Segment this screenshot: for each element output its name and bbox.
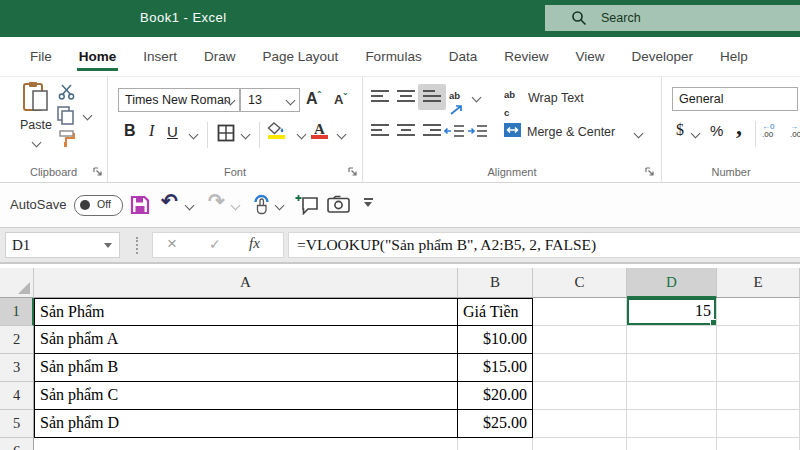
font-color-icon[interactable]: A — [311, 120, 328, 138]
cell-C1[interactable] — [533, 298, 627, 326]
cell-E1[interactable] — [717, 298, 800, 326]
row-header-3[interactable]: 3 — [0, 354, 34, 382]
cell-C6[interactable] — [533, 438, 627, 450]
col-header-B[interactable]: B — [458, 268, 533, 298]
cell-B3[interactable]: $15.00 — [458, 354, 533, 382]
merge-center-icon[interactable] — [503, 122, 522, 138]
cell-E4[interactable] — [717, 382, 800, 410]
insert-function-icon[interactable]: fx — [249, 235, 260, 252]
cell-D1[interactable]: 15 — [627, 298, 717, 326]
increase-decimal-button[interactable]: ←0 .00 — [762, 123, 774, 139]
col-header-C[interactable]: C — [533, 268, 627, 298]
cell-B6[interactable] — [458, 438, 533, 450]
cell-A4[interactable]: Sản phẩm C — [34, 382, 458, 410]
tab-insert[interactable]: Insert — [143, 37, 177, 76]
alignment-dialog-launcher-icon[interactable] — [645, 167, 654, 176]
new-comment-icon[interactable] — [295, 194, 319, 215]
col-header-A[interactable]: A — [34, 268, 458, 298]
tab-formulas[interactable]: Formulas — [365, 37, 421, 76]
cell-D2[interactable] — [627, 326, 717, 354]
enter-icon[interactable]: ✓ — [209, 236, 221, 252]
cell-D6[interactable] — [627, 438, 717, 450]
tab-developer[interactable]: Developer — [631, 37, 693, 76]
fill-color-icon[interactable] — [267, 122, 286, 135]
touch-mouse-mode-icon[interactable] — [251, 193, 272, 216]
cell-C3[interactable] — [533, 354, 627, 382]
tab-page-layout[interactable]: Page Layout — [263, 37, 339, 76]
cell-B1[interactable]: Giá Tiền — [458, 298, 533, 326]
accounting-chevron-icon[interactable] — [691, 129, 701, 139]
borders-icon[interactable] — [217, 124, 235, 142]
align-center-icon[interactable] — [396, 123, 416, 139]
tab-view[interactable]: View — [575, 37, 604, 76]
font-size-select[interactable]: 13 — [240, 88, 300, 112]
percent-style-button[interactable]: % — [710, 122, 723, 139]
copy-icon[interactable] — [57, 106, 75, 125]
comma-style-button[interactable]: , — [736, 113, 742, 140]
wrap-text-label[interactable]: Wrap Text — [528, 91, 584, 105]
tab-home[interactable]: Home — [79, 37, 117, 76]
format-painter-icon[interactable] — [58, 130, 76, 147]
align-left-icon[interactable] — [370, 123, 390, 139]
cell-C5[interactable] — [533, 410, 627, 438]
italic-button[interactable]: I — [149, 122, 154, 140]
cell-C2[interactable] — [533, 326, 627, 354]
col-header-D[interactable]: D — [627, 268, 717, 298]
row-header-2[interactable]: 2 — [0, 326, 34, 354]
select-all-corner[interactable] — [0, 268, 34, 298]
cell-B2[interactable]: $10.00 — [458, 326, 533, 354]
decrease-decimal-button[interactable]: → .00 — [790, 123, 800, 139]
cell-A6[interactable] — [34, 438, 458, 450]
font-dialog-launcher-icon[interactable] — [348, 167, 357, 176]
accounting-format-button[interactable]: $ — [676, 121, 684, 139]
row-header-4[interactable]: 4 — [0, 382, 34, 410]
cut-icon[interactable] — [58, 84, 76, 100]
tab-file[interactable]: File — [30, 37, 52, 76]
cancel-icon[interactable]: × — [167, 234, 177, 254]
save-icon[interactable] — [130, 195, 150, 215]
search-box[interactable]: Search — [545, 5, 800, 31]
font-name-select[interactable]: Times New Roman — [118, 88, 240, 112]
row-header-6[interactable]: 6 — [0, 438, 34, 450]
paste-button[interactable]: Paste — [14, 81, 58, 150]
orientation-chevron-icon[interactable] — [472, 93, 482, 103]
row-header-1[interactable]: 1 — [0, 298, 34, 326]
tab-draw[interactable]: Draw — [204, 37, 236, 76]
fill-color-chevron-icon[interactable] — [297, 130, 307, 140]
orientation-icon[interactable]: ab — [449, 85, 469, 116]
name-box[interactable]: D1 — [5, 232, 120, 258]
cell-E2[interactable] — [717, 326, 800, 354]
undo-icon[interactable]: ↶ — [161, 191, 178, 211]
redo-icon[interactable]: ↷ — [208, 191, 225, 211]
increase-indent-icon[interactable] — [467, 124, 488, 138]
cell-B4[interactable]: $20.00 — [458, 382, 533, 410]
decrease-font-size-button[interactable]: Aˇ — [334, 92, 347, 107]
tab-data[interactable]: Data — [449, 37, 478, 76]
copy-chevron-icon[interactable] — [83, 111, 93, 121]
top-align-icon[interactable] — [370, 89, 390, 105]
camera-icon[interactable] — [327, 195, 350, 213]
autosave-toggle[interactable]: Off — [74, 195, 123, 216]
touch-mode-chevron-icon[interactable] — [275, 201, 285, 211]
bold-button[interactable]: B — [124, 122, 136, 140]
underline-chevron-icon[interactable] — [189, 130, 199, 140]
increase-font-size-button[interactable]: Aˆ — [306, 90, 321, 108]
merge-center-label[interactable]: Merge & Center — [527, 125, 615, 139]
redo-chevron-icon[interactable] — [231, 201, 241, 211]
cell-E3[interactable] — [717, 354, 800, 382]
decrease-indent-icon[interactable] — [444, 124, 465, 138]
number-format-select[interactable]: General — [672, 87, 798, 111]
bottom-align-icon[interactable] — [422, 89, 442, 105]
clipboard-dialog-launcher-icon[interactable] — [93, 167, 102, 176]
merge-center-chevron-icon[interactable] — [634, 129, 644, 139]
underline-button[interactable]: U — [167, 123, 178, 140]
cell-D3[interactable] — [627, 354, 717, 382]
row-header-5[interactable]: 5 — [0, 410, 34, 438]
cell-B5[interactable]: $25.00 — [458, 410, 533, 438]
align-right-icon[interactable] — [422, 123, 442, 139]
cell-D4[interactable] — [627, 382, 717, 410]
formula-input[interactable]: =VLOOKUP("Sản phẩm B", A2:B5, 2, FALSE) — [288, 232, 800, 258]
tab-review[interactable]: Review — [504, 37, 548, 76]
cell-E6[interactable] — [717, 438, 800, 450]
undo-chevron-icon[interactable] — [185, 201, 195, 211]
